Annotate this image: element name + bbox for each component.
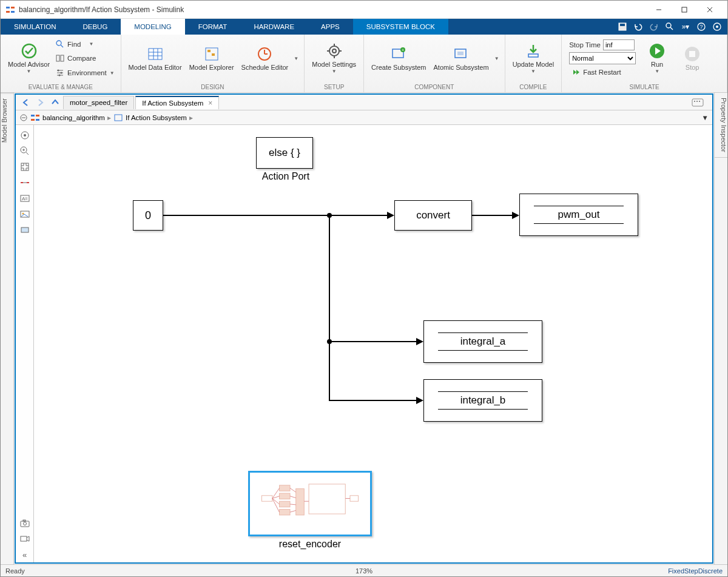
model-advisor-icon: [21, 42, 38, 59]
chevron-down-icon: ▼: [294, 56, 298, 61]
block-action-port[interactable]: else { }: [256, 137, 313, 169]
schedule-editor-button[interactable]: Schedule Editor: [238, 37, 292, 80]
breadcrumb-menu-icon[interactable]: ▼: [702, 114, 709, 121]
svg-rect-56: [699, 101, 700, 102]
subsystem-icon: [113, 113, 123, 123]
hide-browser-icon[interactable]: [19, 113, 28, 122]
zoom-in-icon[interactable]: [16, 143, 33, 159]
breadcrumb-root[interactable]: balancing_algorithm: [42, 114, 105, 121]
block-integral-a[interactable]: integral_a: [423, 320, 542, 363]
close-tab-icon[interactable]: ×: [208, 99, 212, 107]
nav-forward-button[interactable]: [34, 96, 47, 109]
tab-simulation[interactable]: SIMULATION: [1, 19, 69, 35]
block-integral-b[interactable]: integral_b: [423, 379, 542, 422]
environment-button[interactable]: Environment ▼: [53, 66, 116, 79]
doc-tab-label: motor_speed_filter: [70, 99, 127, 106]
tab-subsystem-block[interactable]: SUBSYSTEM BLOCK: [353, 19, 448, 35]
snapshot-icon[interactable]: [16, 515, 33, 531]
svg-rect-82: [280, 485, 290, 491]
group-compile: Update Model ▼ COMPILE: [505, 35, 562, 92]
svg-rect-59: [31, 115, 35, 116]
model-settings-button[interactable]: Model Settings ▼: [308, 37, 360, 80]
download-icon: [525, 42, 542, 59]
expand-icon[interactable]: »▾: [680, 21, 691, 32]
search-icon[interactable]: [664, 21, 675, 32]
breadcrumb-child[interactable]: If Action Subsystem: [126, 114, 187, 121]
simulink-app-icon: [5, 5, 15, 15]
status-solver[interactable]: FixedStepDiscrete: [668, 567, 723, 575]
area-icon[interactable]: [16, 222, 33, 238]
undo-icon[interactable]: [633, 21, 644, 32]
fit-view-icon[interactable]: [16, 159, 33, 175]
minimize-button[interactable]: [646, 1, 672, 18]
fast-restart-icon: [571, 68, 580, 76]
block-label-reset-encoder: reset_encoder: [248, 539, 372, 550]
svg-rect-86: [296, 488, 305, 515]
block-pwm-out[interactable]: pwm_out: [519, 194, 638, 236]
nav-back-button[interactable]: [19, 96, 33, 109]
chevron-down-icon: ▼: [531, 69, 536, 75]
create-subsystem-label: Create Subsystem: [371, 64, 426, 72]
svg-rect-62: [36, 119, 39, 121]
close-button[interactable]: [697, 1, 723, 18]
design-dropdown[interactable]: ▼: [292, 37, 300, 80]
group-label: SETUP: [305, 83, 363, 92]
save-icon[interactable]: [617, 21, 628, 32]
property-inspector-panel-tab[interactable]: Property Inspector: [715, 93, 727, 158]
maximize-button[interactable]: [672, 1, 697, 18]
model-data-editor-button[interactable]: Model Data Editor: [125, 37, 186, 80]
block-reset-encoder[interactable]: [248, 471, 372, 536]
redo-icon[interactable]: [649, 21, 659, 32]
show-all-icon[interactable]: [16, 127, 33, 143]
svg-rect-1: [11, 7, 15, 8]
model-advisor-button[interactable]: Model Advisor ▼: [4, 37, 53, 80]
simulation-mode-select[interactable]: Normal: [569, 52, 636, 64]
tab-debug[interactable]: DEBUG: [69, 19, 121, 35]
stop-button[interactable]: Stop: [675, 37, 710, 80]
block-constant[interactable]: 0: [133, 200, 163, 231]
find-button[interactable]: Find ▼: [53, 38, 116, 51]
tab-format[interactable]: FORMAT: [185, 19, 241, 35]
doc-tab-motor-speed-filter[interactable]: motor_speed_filter: [63, 96, 134, 109]
main-area: Model Browser motor_speed_filter If Acti…: [1, 93, 727, 564]
create-subsystem-button[interactable]: + Create Subsystem: [368, 37, 430, 80]
svg-point-25: [61, 72, 62, 74]
block-text: integral_b: [460, 394, 506, 407]
update-model-button[interactable]: Update Model ▼: [509, 37, 558, 80]
component-dropdown[interactable]: ▼: [493, 37, 501, 80]
tab-hardware[interactable]: HARDWARE: [240, 19, 308, 35]
fast-restart-button[interactable]: Fast Restart: [569, 66, 636, 79]
doc-tab-if-action-subsystem[interactable]: If Action Subsystem ×: [135, 96, 219, 109]
help-icon[interactable]: ?: [696, 21, 707, 32]
stop-time-input[interactable]: [603, 39, 635, 50]
group-label: COMPONENT: [364, 83, 505, 92]
ribbon-tabstrip: SIMULATION DEBUG MODELING FORMAT HARDWAR…: [1, 19, 727, 35]
svg-rect-0: [6, 7, 10, 8]
record-icon[interactable]: [16, 531, 33, 547]
title-bar: balancing_algorithm/If Action Subsystem …: [1, 1, 727, 19]
compare-button[interactable]: Compare: [53, 52, 116, 65]
collapse-icon[interactable]: «: [16, 547, 33, 562]
target-icon[interactable]: [712, 21, 723, 32]
image-icon[interactable]: [16, 206, 33, 222]
toggle-sample-time-icon[interactable]: [16, 175, 33, 191]
block-text: else { }: [269, 147, 300, 159]
model-explorer-button[interactable]: Model Explorer: [186, 37, 238, 80]
tab-modeling[interactable]: MODELING: [121, 19, 184, 35]
subsystem-create-icon: +: [390, 46, 407, 62]
svg-rect-20: [61, 55, 64, 61]
block-convert[interactable]: convert: [394, 200, 472, 231]
model-browser-panel-tab[interactable]: Model Browser: [1, 93, 13, 147]
arrowhead-icon: [387, 212, 394, 219]
tab-apps[interactable]: APPS: [308, 19, 353, 35]
atomic-subsystem-button[interactable]: Atomic Subsystem: [430, 37, 493, 80]
svg-rect-33: [207, 50, 211, 52]
status-zoom[interactable]: 173%: [356, 567, 372, 575]
nav-up-button[interactable]: [49, 96, 62, 109]
keyboard-icon[interactable]: [687, 98, 709, 107]
svg-rect-84: [280, 501, 290, 507]
run-button[interactable]: Run ▼: [639, 37, 675, 80]
svg-line-93: [290, 488, 296, 493]
model-canvas[interactable]: else { } Action Port 0 convert pwm_out: [34, 125, 712, 562]
annotation-icon[interactable]: A≡: [16, 191, 33, 206]
